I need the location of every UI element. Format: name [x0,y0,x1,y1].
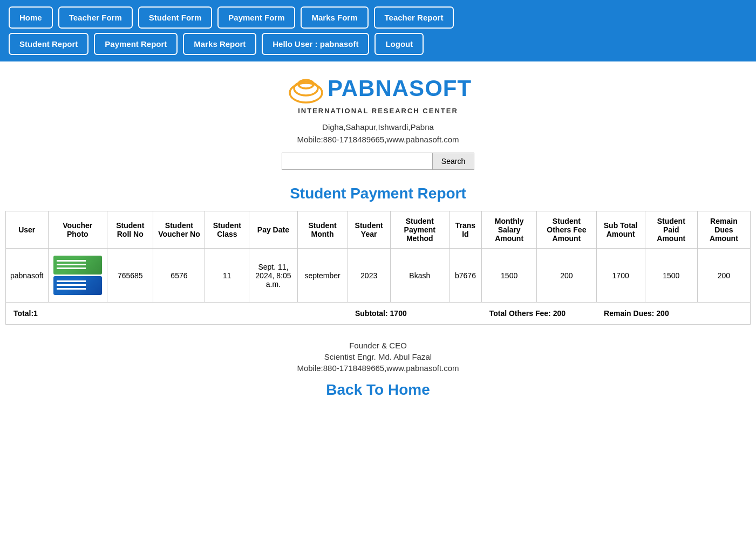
cell-monthly-salary: 1500 [482,249,537,303]
address-line: Digha,Sahapur,Ishwardi,Pabna [5,122,751,132]
back-to-home-link[interactable]: Back To Home [5,381,751,399]
payment-report-table: User Voucher Photo Student Roll No Stude… [5,211,751,325]
col-trans-id: Trans Id [449,211,481,249]
footer-line1: Founder & CEO [5,341,751,350]
col-others-fee: Student Others Fee Amount [537,211,596,249]
col-voucher-photo: Voucher Photo [48,211,107,249]
totals-row: Total:1 Subtotal: 1700 Total Others Fee:… [6,303,751,325]
cell-pay-date: Sept. 11, 2024, 8:05 a.m. [249,249,297,303]
table-header-row: User Voucher Photo Student Roll No Stude… [6,211,751,249]
cell-class: 11 [205,249,249,303]
table-wrapper: User Voucher Photo Student Roll No Stude… [0,211,756,330]
nav-row-1: HomeTeacher FormStudent FormPayment Form… [9,6,747,29]
cell-voucher-photo [48,249,107,303]
col-remain-dues: Remain Dues Amount [697,211,750,249]
hello-user-btn[interactable]: Hello User : pabnasoft [262,33,369,55]
col-student-class: Student Class [205,211,249,249]
cell-paid-amount: 1500 [645,249,697,303]
col-student-month: Student Month [297,211,348,249]
subtotal-label: Subtotal: 1700 [348,303,482,325]
col-payment-method: Student Payment Method [390,211,449,249]
col-user: User [6,211,49,249]
col-student-voucher-no: Student Voucher No [153,211,205,249]
others-fee-total-label: Total Others Fee: 200 [482,303,596,325]
search-input[interactable] [282,153,433,170]
cell-roll-no: 765685 [107,249,153,303]
nav-row-2: Student ReportPayment ReportMarks Report… [9,33,747,55]
cell-month: september [297,249,348,303]
cell-others-fee: 200 [537,249,596,303]
cell-remain-dues: 200 [697,249,750,303]
payment-form-btn[interactable]: Payment Form [217,6,295,29]
logo-waves-icon [284,72,328,105]
col-sub-total: Sub Total Amount [596,211,645,249]
col-paid-amount: Student Paid Amount [645,211,697,249]
home-btn[interactable]: Home [9,6,53,29]
header-area: PABNASOFT INTERNATIONAL RESEARCH CENTER … [0,61,756,185]
teacher-report-btn[interactable]: Teacher Report [374,6,454,29]
payment-report-btn[interactable]: Payment Report [94,33,178,55]
table-row: pabnasoft 765685 6576 11 Sept. 11, 2024,… [6,249,751,303]
logo-text: PABNASOFT [328,76,472,101]
search-area: Search [5,153,751,170]
report-title: Student Payment Report [0,185,756,202]
remain-dues-total-label: Remain Dues: 200 [596,303,750,325]
marks-form-btn[interactable]: Marks Form [301,6,368,29]
navigation: HomeTeacher FormStudent FormPayment Form… [0,0,756,61]
cell-year: 2023 [348,249,390,303]
footer-area: Founder & CEO Scientist Engr. Md. Abul F… [0,330,756,404]
col-monthly-salary: Monthly Salary Amount [482,211,537,249]
cell-payment-method: Bkash [390,249,449,303]
footer-line2: Scientist Engr. Md. Abul Fazal [5,352,751,361]
col-pay-date: Pay Date [249,211,297,249]
marks-report-btn[interactable]: Marks Report [183,33,256,55]
cell-trans-id: b7676 [449,249,481,303]
search-button[interactable]: Search [433,153,474,170]
logout-btn[interactable]: Logout [374,33,424,55]
logo-subtitle: INTERNATIONAL RESEARCH CENTER [5,107,751,115]
logo-container: PABNASOFT [5,72,751,105]
col-student-roll-no: Student Roll No [107,211,153,249]
footer-line3: Mobile:880-1718489665,www.pabnasoft.com [5,363,751,373]
cell-user: pabnasoft [6,249,49,303]
student-report-btn[interactable]: Student Report [9,33,88,55]
cell-voucher-no: 6576 [153,249,205,303]
student-form-btn[interactable]: Student Form [138,6,213,29]
teacher-form-btn[interactable]: Teacher Form [58,6,133,29]
cell-sub-total: 1700 [596,249,645,303]
mobile-line: Mobile:880-1718489665,www.pabnasoft.com [5,135,751,144]
total-label: Total:1 [6,303,348,325]
col-student-year: Student Year [348,211,390,249]
